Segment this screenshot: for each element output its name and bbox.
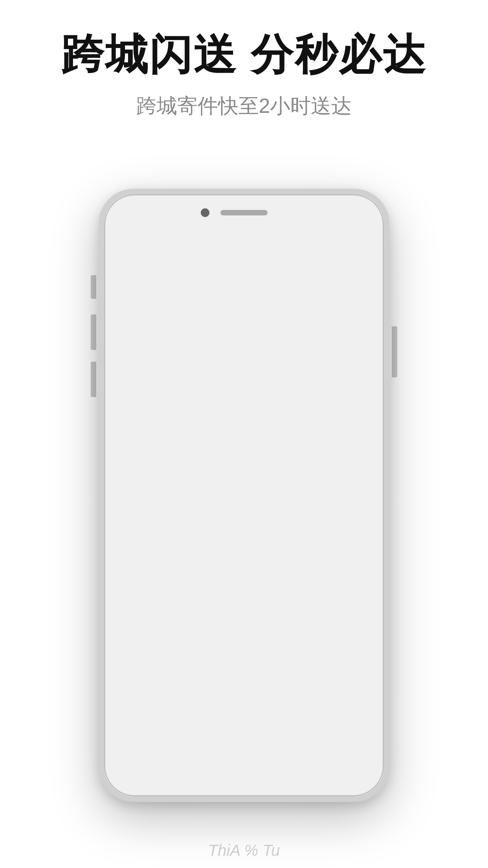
package-col[interactable]: 1 件 [252, 563, 366, 576]
destination-row[interactable]: 万达广场(漳州店) [111, 483, 377, 519]
user-info: 李雷 18899881024 [146, 593, 248, 621]
hero-subtitle: 跨城寄件快至2小时送达 [0, 92, 488, 120]
map-view[interactable]: S1524 G15 长泰县 同安区 集美区 厦门市 漳州 终 起 [111, 259, 377, 416]
earpiece-speaker [220, 210, 268, 215]
power-button [392, 326, 397, 377]
watermark: ThiA % Tu [0, 833, 488, 868]
svg-text:G15: G15 [257, 307, 267, 313]
driver-message-input[interactable]: 给司机留言(可选) [264, 601, 366, 613]
svg-text:长泰县: 长泰县 [142, 291, 166, 300]
depart-label: 现在出发 [145, 563, 185, 576]
volume-up-button [91, 314, 96, 350]
status-right: ⊕ ➤ ⏰ ✱ 93% [295, 208, 368, 217]
destination-text[interactable]: 万达广场(漳州店) [145, 493, 229, 508]
front-camera [201, 208, 209, 217]
signal-strength-icon [120, 210, 139, 216]
user-divider [256, 599, 256, 615]
page-title: 发布行程 [217, 233, 271, 251]
price-bar: 约 20 元 [111, 711, 377, 747]
hero-section: 跨城闪送 分秒必达 跨城寄件快至2小时送达 [0, 31, 488, 120]
contact-icon [123, 529, 137, 543]
user-avatar-icon [123, 599, 138, 615]
volume-mute-button [91, 275, 96, 299]
service-tab-bar: 合乘 包车 接机 送机 寄件 [111, 416, 377, 448]
navigation-icon: ➤ [304, 208, 310, 217]
package-icon [252, 563, 265, 576]
price-amount: 20 [232, 716, 256, 742]
status-left: 中国电信 4G [120, 207, 189, 218]
depart-col[interactable]: 现在出发 [123, 563, 236, 576]
clock-icon [123, 563, 135, 576]
svg-rect-29 [265, 603, 274, 610]
user-name: 李雷 [146, 593, 248, 608]
tab-songfei[interactable]: 送机 [268, 416, 320, 447]
volume-down-button [91, 362, 96, 397]
phone-screen: 中国电信 4G 15:46 ⊕ ➤ ⏰ ✱ 93% ‹ 发布行程 [111, 201, 377, 790]
svg-point-19 [345, 300, 351, 305]
location-icon: ⊕ [295, 208, 301, 217]
message-placeholder: 给司机留言(可选) [279, 601, 351, 613]
carrier-label: 中国电信 [142, 207, 175, 218]
origin-text[interactable]: 厦门市软件园(前埔东路) [145, 458, 262, 473]
tab-jiefei[interactable]: 接机 [215, 416, 268, 447]
locate-button[interactable] [347, 383, 369, 405]
price-prefix: 约 [217, 721, 229, 737]
hero-title: 跨城闪送 分秒必达 [0, 31, 488, 78]
back-button[interactable]: ‹ [119, 234, 123, 250]
contact-row[interactable]: 韩梅梅 · 15811582258 [111, 519, 377, 554]
svg-point-21 [356, 391, 361, 396]
svg-text:起: 起 [311, 350, 318, 357]
confirm-publish-button[interactable]: 确认发布 [111, 747, 377, 790]
destination-icon [123, 494, 137, 508]
svg-text:集美区: 集美区 [283, 330, 309, 340]
user-row: 李雷 18899881024 给司机留言(可选) [111, 585, 377, 629]
svg-point-2 [268, 330, 330, 408]
tab-baoche[interactable]: 包车 [163, 416, 215, 447]
alarm-icon: ⏰ [312, 208, 321, 217]
price-suffix: 元 [259, 721, 271, 737]
origin-icon [123, 458, 137, 473]
booking-form: 厦门市软件园(前埔东路) 万达广场(漳州店) 韩梅梅 · 15811582258… [111, 448, 377, 790]
cross-city-badge: 跨城 [123, 390, 154, 408]
svg-text:厦门市: 厦门市 [283, 357, 310, 367]
depart-package-row: 现在出发 1 件 [111, 554, 377, 585]
battery-icon [348, 208, 368, 217]
svg-point-28 [127, 602, 134, 608]
watermark-text: ThiA % Tu [208, 842, 280, 859]
svg-rect-26 [255, 567, 262, 574]
bluetooth-icon: ✱ [323, 208, 329, 217]
package-count: 1 件 [270, 563, 288, 576]
svg-text:S1524: S1524 [167, 311, 183, 317]
col-divider [244, 562, 244, 577]
battery-label: 93% [331, 209, 345, 217]
svg-point-20 [342, 294, 348, 300]
navigation-bar: ‹ 发布行程 [111, 224, 377, 259]
origin-row[interactable]: 厦门市软件园(前埔东路) [111, 448, 377, 483]
confirm-label: 确认发布 [217, 759, 271, 777]
svg-text:终: 终 [191, 342, 198, 349]
svg-text:同安区: 同安区 [303, 299, 327, 308]
network-type-label: 4G [178, 208, 189, 217]
user-phone: 18899881024 [146, 610, 248, 621]
svg-point-18 [339, 300, 345, 305]
message-icon [264, 601, 275, 612]
contact-text[interactable]: 韩梅梅 · 15811582258 [145, 529, 254, 544]
phone-mockup: 中国电信 4G 15:46 ⊕ ➤ ⏰ ✱ 93% ‹ 发布行程 [99, 189, 389, 802]
tab-jijian[interactable]: 寄件 [323, 419, 375, 444]
tab-hecheng[interactable]: 合乘 [111, 416, 163, 447]
